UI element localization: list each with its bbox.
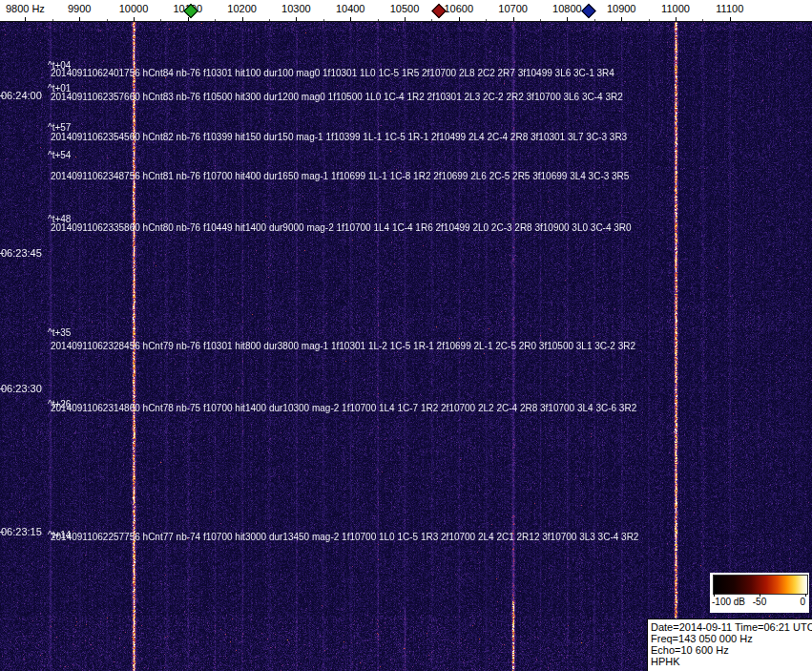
freq-tick [134,17,135,21]
freq-tick [296,17,297,21]
detection-record: 20140911062401756 hCnt84 nb-76 f10301 hi… [51,69,614,78]
freq-label: 10600 [445,3,474,14]
freq-minor-tick [160,19,161,21]
time-tick [0,532,4,533]
db-scale-tick [714,594,715,597]
marker-blue-diamond-icon[interactable] [581,4,596,19]
freq-minor-tick [702,19,703,21]
detection-record: 20140911062354560 hCnt82 nb-76 f10399 hi… [51,133,627,142]
freq-label: 9800 Hz [6,3,45,14]
freq-tick [621,17,622,21]
info-line: HPHK [651,656,812,667]
db-scale-label: 0 [800,598,805,607]
freq-label: 10900 [607,3,636,14]
freq-tick [242,17,243,21]
freq-label: 10400 [336,3,365,14]
freq-minor-tick [323,19,324,21]
freq-minor-tick [431,19,432,21]
freq-tick [676,17,677,21]
freq-minor-tick [215,19,216,21]
detection-record: 20140911062348756 hCnt81 nb-76 f10700 hi… [51,172,629,181]
freq-tick [459,17,460,21]
freq-label: 11000 [661,3,690,14]
freq-minor-tick [378,19,379,21]
detection-record: 20140911062357660 hCnt83 nb-76 f10500 hi… [51,93,623,102]
time-label: 06:23:30 [1,383,42,394]
freq-label: 10300 [281,3,311,14]
detection-time-offset: ^t+54 [48,151,71,160]
time-label: 06:23:15 [1,526,42,537]
time-tick [0,388,4,389]
freq-minor-tick [540,19,541,21]
freq-label: 10800 [552,3,582,14]
freq-minor-tick [107,19,108,21]
time-label: 06:24:00 [1,90,42,101]
freq-label: 10700 [498,3,528,14]
info-line: Date=2014-09-11 Time=06:21 UTC [651,621,812,633]
freq-tick [405,17,406,21]
freq-label: 11100 [716,3,743,14]
freq-tick [730,17,731,21]
freq-label: 10500 [390,3,420,14]
time-label: 06:23:45 [1,247,42,259]
freq-label: 9900 [68,3,91,14]
info-line: Freq=143 050 000 Hz [651,633,812,644]
meteor-spectrogram-app: 9800 Hz990010000101001020010300104001050… [0,0,812,671]
time-tick [0,95,4,96]
freq-tick [25,17,26,21]
db-scale-label: -50 [753,598,766,607]
db-scale-tick [805,594,806,597]
db-scale-label: -100 dB [712,598,745,607]
station-info-box: Date=2014-09-11 Time=06:21 UTCFreq=143 0… [647,619,812,671]
db-color-scale: -100 dB-500 [710,573,809,613]
db-scale-tick [760,594,760,597]
info-line: Echo=10 600 Hz [651,644,812,656]
freq-tick [513,17,514,21]
freq-minor-tick [649,19,650,21]
freq-tick [567,17,568,21]
spectrogram-area: 06:24:0006:23:4506:23:3006:23:15 ^t+0420… [0,21,812,671]
frequency-ruler: 9800 Hz990010000101001020010300104001050… [0,0,812,22]
freq-minor-tick [269,19,270,21]
freq-tick [79,17,80,21]
detection-record: 20140911062328456 hCnt79 nb-76 f10301 hi… [51,342,635,351]
freq-tick [350,17,351,21]
freq-minor-tick [594,19,595,21]
freq-tick [188,17,189,21]
detection-record: 20140911062257756 hCnt77 nb-74 f10700 hi… [51,533,638,542]
freq-minor-tick [486,19,487,21]
detection-record: 20140911062314860 hCnt78 nb-75 f10700 hi… [51,404,636,413]
time-tick [0,253,4,254]
freq-minor-tick [52,19,53,21]
freq-label: 10000 [119,3,149,14]
detection-record: 20140911062335860 hCnt80 nb-76 f10449 hi… [51,223,632,233]
detection-time-offset: ^t+35 [48,328,71,338]
freq-label: 10200 [227,3,257,14]
color-gradient-bar [713,575,808,595]
